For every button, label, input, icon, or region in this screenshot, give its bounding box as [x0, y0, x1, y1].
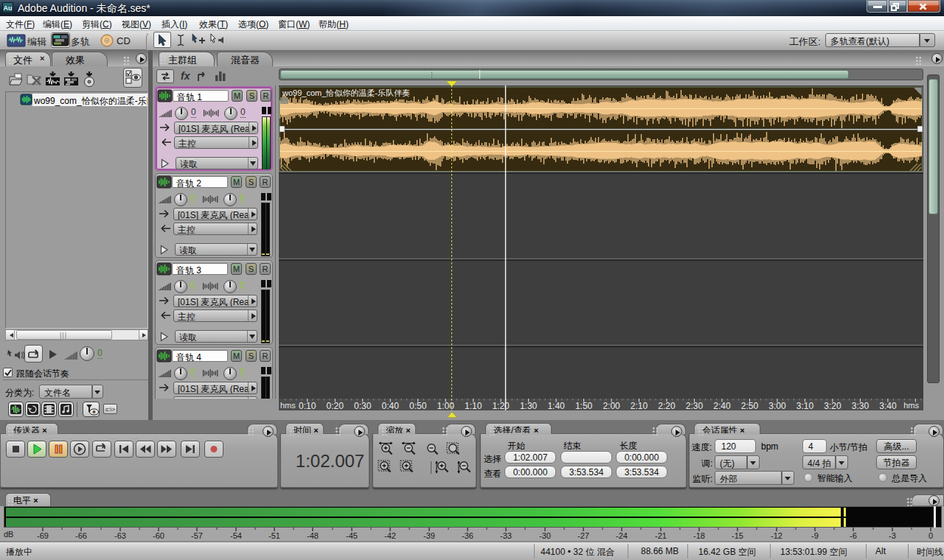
svg-text:2:30: 2:30: [686, 401, 704, 410]
svg-text:-57: -57: [191, 531, 203, 540]
svg-text:0:20: 0:20: [327, 401, 344, 410]
svg-text:-21: -21: [655, 531, 667, 540]
svg-text:-63: -63: [114, 531, 126, 540]
svg-text:3:40: 3:40: [879, 401, 897, 410]
svg-text:-60: -60: [153, 531, 164, 540]
svg-text:1:40: 1:40: [547, 401, 565, 410]
svg-text:-66: -66: [75, 531, 87, 540]
svg-text:hms: hms: [903, 401, 919, 410]
svg-text:2:20: 2:20: [658, 401, 676, 410]
svg-text:0:30: 0:30: [354, 401, 372, 410]
svg-text:-36: -36: [462, 531, 473, 540]
svg-text:-48: -48: [307, 531, 319, 540]
svg-text:hms: hms: [280, 401, 296, 410]
svg-text:-27: -27: [577, 531, 589, 540]
svg-text:wo99_com_恰似你的温柔-乐队伴奏: wo99_com_恰似你的温柔-乐队伴奏: [282, 88, 410, 97]
svg-text:-39: -39: [423, 531, 435, 540]
svg-text:0:10: 0:10: [299, 401, 316, 410]
svg-text:2:10: 2:10: [631, 401, 648, 410]
svg-text:3:30: 3:30: [852, 401, 870, 410]
svg-text:-51: -51: [268, 531, 280, 540]
svg-text:-54: -54: [230, 531, 242, 540]
svg-text:-3: -3: [889, 531, 896, 540]
svg-text:1:30: 1:30: [520, 401, 538, 410]
svg-text:3:20: 3:20: [824, 401, 841, 410]
svg-text:2:40: 2:40: [713, 401, 731, 410]
svg-text:-15: -15: [732, 531, 743, 540]
svg-text:-30: -30: [539, 531, 551, 540]
svg-text:-69: -69: [37, 531, 49, 540]
svg-text:-9: -9: [811, 531, 819, 540]
svg-text:3:00: 3:00: [768, 401, 786, 410]
svg-text:-6: -6: [850, 531, 857, 540]
svg-text:1:50: 1:50: [575, 401, 593, 410]
svg-text:-45: -45: [346, 531, 358, 540]
svg-text:-33: -33: [500, 531, 512, 540]
svg-text:-12: -12: [771, 531, 782, 540]
svg-text:3:10: 3:10: [796, 401, 814, 410]
svg-text:2:50: 2:50: [741, 401, 759, 410]
svg-text:-42: -42: [384, 531, 396, 540]
svg-text:1:00: 1:00: [437, 401, 455, 410]
svg-text:dB: dB: [4, 530, 13, 539]
svg-text:-24: -24: [616, 531, 628, 540]
svg-text:-18: -18: [693, 531, 705, 540]
svg-text:1:10: 1:10: [465, 401, 482, 410]
svg-text:2:00: 2:00: [603, 401, 620, 410]
svg-text:1:20: 1:20: [492, 401, 510, 410]
svg-text:0:50: 0:50: [409, 401, 427, 410]
svg-text:0:40: 0:40: [382, 401, 400, 410]
svg-text:0: 0: [929, 531, 933, 540]
